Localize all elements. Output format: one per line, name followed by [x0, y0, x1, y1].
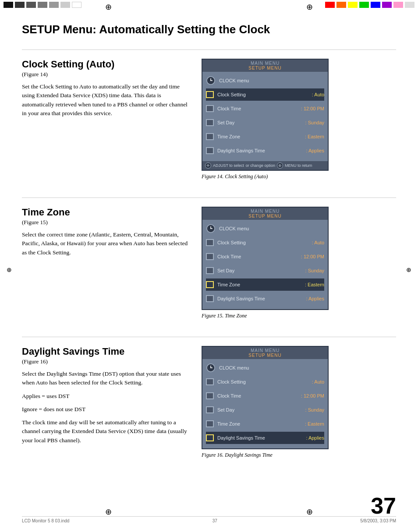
menu-label-tz-15: Time Zone — [217, 282, 305, 287]
square-icon-cs-14 — [206, 91, 214, 98]
swatch-7 — [72, 2, 81, 8]
menu-item-clocksetting-14: Clock Setting : Auto — [206, 88, 324, 101]
menu-value-tz-15: : Eastern — [305, 282, 324, 287]
menu-value-cs-15: : Auto — [312, 240, 324, 245]
page-number: 37 — [371, 493, 396, 519]
swatch-r2 — [337, 2, 346, 8]
footer-text-14: ADJUST to select — [213, 163, 244, 168]
menu-label-ct-16: Clock Time — [217, 393, 301, 398]
main-menu-label-16: MAIN MENU — [202, 348, 328, 353]
svg-point-11 — [210, 367, 211, 368]
menu-item-cs-16: Clock Setting : Auto — [206, 376, 324, 388]
section-figref-dst: (Figure 16) — [22, 358, 188, 365]
menu-item-dst-15: Daylight Savings Time : Applies — [206, 292, 324, 305]
svg-point-7 — [210, 228, 211, 229]
dst-body-3: The clock time and day will be set autom… — [22, 418, 188, 445]
reg-mark-bl: ⊕ — [105, 507, 112, 517]
menu-panel-footer-14: ✛ ADJUST to select or change option ⊛ ME… — [202, 161, 328, 170]
main-menu-label-14: MAIN MENU — [202, 61, 328, 66]
menu-panel-header-15: MAIN MENU SETUP MENU — [202, 208, 328, 220]
menu-panel-header-14: MAIN MENU SETUP MENU — [202, 60, 328, 72]
menu-item-clock-16: CLOCK menu — [206, 362, 324, 374]
menu-value-ct-15: : 12:00 PM — [301, 254, 324, 259]
square-icon-ct-14 — [206, 105, 214, 112]
menu-panel-body-15: CLOCK menu Clock Setting : Auto Clock Ti… — [202, 220, 328, 309]
menu-item-ct-16: Clock Time : 12:00 PM — [206, 390, 324, 402]
section-dst: Daylight Savings Time (Figure 16) Select… — [22, 346, 396, 458]
square-dst-16 — [206, 434, 214, 441]
menu-label-cs-14: Clock Setting — [217, 92, 312, 97]
menu-value-dst-14: : Applies — [306, 148, 324, 153]
menu-label-dst-16: Daylight Savings Time — [217, 435, 306, 440]
square-sd-16 — [206, 406, 214, 413]
menu-panel-header-16: MAIN MENU SETUP MENU — [202, 347, 328, 359]
menu-label-cs-16: Clock Setting — [217, 379, 312, 384]
menu-item-clock-15: CLOCK menu — [206, 222, 324, 235]
menu-label-tz-16: Time Zone — [217, 421, 305, 426]
figure-caption-14: Figure 14. Clock Setting (Auto) — [202, 173, 329, 180]
menu-item-setday-14: Set Day : Sunday — [206, 116, 324, 129]
swatch-r6 — [382, 2, 392, 8]
figure-15: MAIN MENU SETUP MENU CLOC — [202, 207, 329, 319]
square-sd-15 — [206, 267, 214, 274]
dst-body-1: Applies = uses DST — [22, 392, 188, 401]
section-title-clock-setting: Clock Setting (Auto) — [22, 59, 188, 70]
menu-item-cs-15: Clock Setting : Auto — [206, 236, 324, 249]
menu-value-tz-14: : Eastern — [305, 134, 324, 139]
square-cs-16 — [206, 378, 214, 385]
menu-label-dst-14: Daylight Savings Time — [217, 148, 306, 153]
square-tz-16 — [206, 420, 214, 427]
swatch-r1 — [325, 2, 335, 8]
top-color-bar-left — [0, 0, 96, 10]
menu-item-clocktime-14: Clock Time : 12:00 PM — [206, 102, 324, 115]
adjust-icon-14: ✛ — [205, 162, 211, 169]
section-divider-1 — [22, 197, 396, 198]
menu-panel-body-14: CLOCK menu Clock Setting : Auto Clock Ti… — [202, 72, 328, 161]
square-cs-15 — [206, 239, 214, 246]
square-ct-16 — [206, 392, 214, 399]
menu-item-tz-16: Time Zone : Eastern — [206, 418, 324, 430]
setup-menu-label-16: SETUP MENU — [202, 353, 328, 358]
menu-label-clock-14: CLOCK menu — [219, 78, 324, 83]
menu-label-sd-15: Set Day — [217, 268, 305, 273]
menu-item-ct-15: Clock Time : 12:00 PM — [206, 250, 324, 263]
square-icon-tz-14 — [206, 133, 214, 140]
footer-text3-14: MENU to return — [285, 163, 312, 168]
menu-value-dst-15: : Applies — [306, 296, 324, 301]
swatch-r8 — [405, 2, 414, 8]
square-tz-15 — [206, 281, 214, 288]
clock-icon-15 — [206, 224, 216, 233]
swatch-r4 — [359, 2, 369, 8]
menu-label-sd-16: Set Day — [217, 407, 305, 412]
title-divider — [22, 49, 396, 50]
section-title-dst: Daylight Savings Time — [22, 346, 188, 357]
square-icon-dst-14 — [206, 147, 214, 154]
left-margin-mark: ⊕ — [7, 266, 12, 274]
menu-label-ct-15: Clock Time — [217, 254, 301, 259]
footer-right: 5/8/2003, 3:03 PM — [360, 518, 396, 523]
menu-panel-body-16: CLOCK menu Clock Setting : Auto Clock Ti… — [202, 359, 328, 448]
clock-icon-14 — [206, 76, 216, 85]
menu-item-sd-16: Set Day : Sunday — [206, 404, 324, 416]
section-clock-setting-auto: Clock Setting (Auto) (Figure 14) Set the… — [22, 59, 396, 180]
setup-menu-label-15: SETUP MENU — [202, 214, 328, 218]
swatch-2 — [15, 2, 25, 8]
footer-left: LCD Monitor 5 8 03.indd — [22, 518, 69, 523]
page-title: SETUP Menu: Automatically Setting the Cl… — [22, 23, 396, 36]
footer-center: 37 — [213, 518, 217, 523]
swatch-3 — [26, 2, 36, 8]
menu-panel-15: MAIN MENU SETUP MENU CLOC — [202, 207, 329, 310]
menu-item-timezone-14: Time Zone : Eastern — [206, 130, 324, 143]
menu-label-clock-15: CLOCK menu — [219, 226, 324, 231]
menu-value-sd-14: : Sunday — [305, 120, 324, 125]
menu-value-tz-16: : Eastern — [305, 421, 324, 426]
svg-point-3 — [210, 80, 211, 81]
section-body-timezone: Select the correct time zone (Atlantic, … — [22, 230, 188, 257]
menu-item-sd-15: Set Day : Sunday — [206, 264, 324, 277]
section-text-dst: Daylight Savings Time (Figure 16) Select… — [22, 346, 188, 449]
reg-mark-br: ⊕ — [306, 507, 313, 517]
swatch-5 — [49, 2, 59, 8]
setup-menu-label-14: SETUP MENU — [202, 66, 328, 70]
swatch-r3 — [348, 2, 358, 8]
menu-item-dst-16: Daylight Savings Time : Applies — [206, 432, 324, 444]
